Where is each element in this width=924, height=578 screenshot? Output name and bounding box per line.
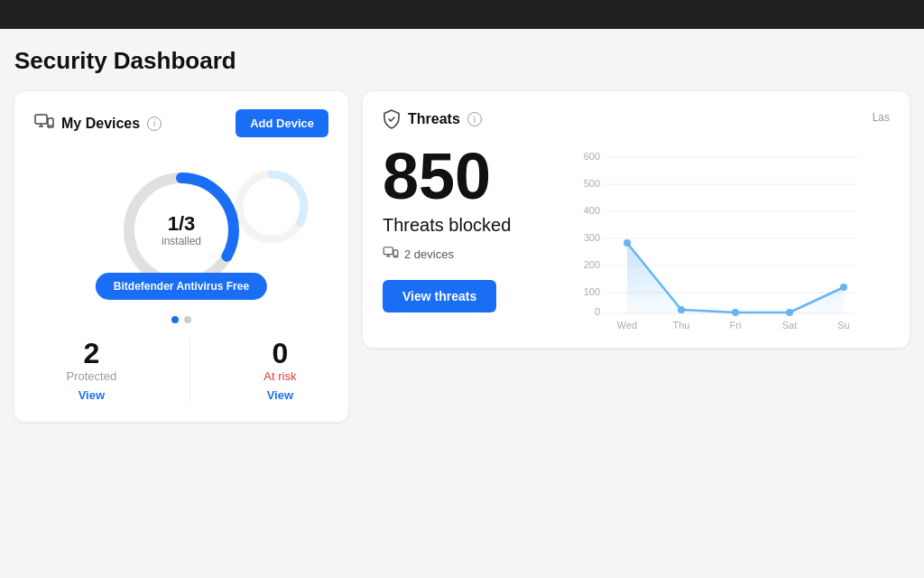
protected-link[interactable]: View [67,388,117,402]
devices-icon [34,114,54,134]
threats-desc: Threats blocked [383,214,527,236]
donut-center: 1/3 installed [162,213,201,247]
chart-label-thu: Thu [673,320,690,331]
threats-body: 850 Threats blocked 2 devi [383,144,890,328]
donut-fraction: 1/3 [162,213,201,235]
device-badge[interactable]: Bitdefender Antivirus Free [96,273,267,300]
stats-row: 2 Protected View 0 At risk View [34,338,328,402]
threats-chart: 600 500 400 300 200 100 0 [545,144,890,324]
page-title: Security Dashboard [14,47,910,75]
svg-text:300: 300 [584,232,600,243]
pagination-dot-inactive[interactable] [184,316,191,323]
threats-devices: 2 devices [383,247,527,262]
threats-count: 850 [383,144,527,209]
top-bar [0,0,924,29]
donut-section: 1/3 installed Bitdefender Antivirus Free [34,154,328,307]
svg-text:200: 200 [584,259,600,270]
svg-text:500: 500 [584,178,600,189]
chart-point-sat [786,309,793,316]
svg-text:600: 600 [584,151,600,162]
chart-point-fri [732,309,739,316]
threats-info-icon[interactable]: i [467,112,482,126]
chart-point-su [840,284,847,291]
threats-devices-icon [383,247,399,262]
at-risk-link[interactable]: View [263,388,296,402]
cards-row: My Devices i Add Device [14,91,910,422]
svg-text:100: 100 [584,286,600,297]
devices-card-header-left: My Devices i [34,114,226,134]
svg-text:0: 0 [595,306,600,317]
at-risk-desc: At risk [263,369,296,383]
chart-label-wed: Wed [617,320,637,331]
chart-point-thu [678,306,685,313]
threats-header: Threats i Las [383,109,890,129]
threats-left: 850 Threats blocked 2 devi [383,144,527,312]
pagination-dot-active[interactable] [171,316,179,323]
protected-number: 2 [67,338,117,369]
chart-label-su: Su [837,320,849,331]
svg-text:400: 400 [584,205,600,216]
svg-rect-0 [35,115,47,124]
chart-label-fri: Fri [730,320,742,331]
chart-label-sat: Sat [782,320,798,331]
protected-desc: Protected [67,369,117,383]
page-container: Security Dashboard My Dev [0,29,924,440]
devices-card: My Devices i Add Device [14,91,348,422]
view-threats-button[interactable]: View threats [383,280,496,312]
shield-icon [383,109,401,129]
threats-devices-count: 2 devices [404,247,454,261]
svg-rect-9 [383,247,393,255]
pagination-dots [34,316,328,323]
stat-at-risk: 0 At risk View [263,338,296,402]
add-device-button[interactable]: Add Device [236,109,328,137]
stat-divider [189,338,190,402]
threats-card-title: Threats [408,111,460,127]
donut-label: installed [162,235,201,247]
at-risk-number: 0 [263,338,296,369]
devices-card-title: My Devices [61,116,140,132]
chart-area: 600 500 400 300 200 100 0 [545,144,890,328]
devices-info-icon[interactable]: i [147,117,162,131]
devices-card-header: My Devices i Add Device [34,109,328,137]
stat-protected: 2 Protected View [67,338,117,402]
threats-card: Threats i Las 850 Threats blocked [363,91,910,348]
last-label: Las [873,111,890,124]
chart-point-wed [624,239,631,247]
